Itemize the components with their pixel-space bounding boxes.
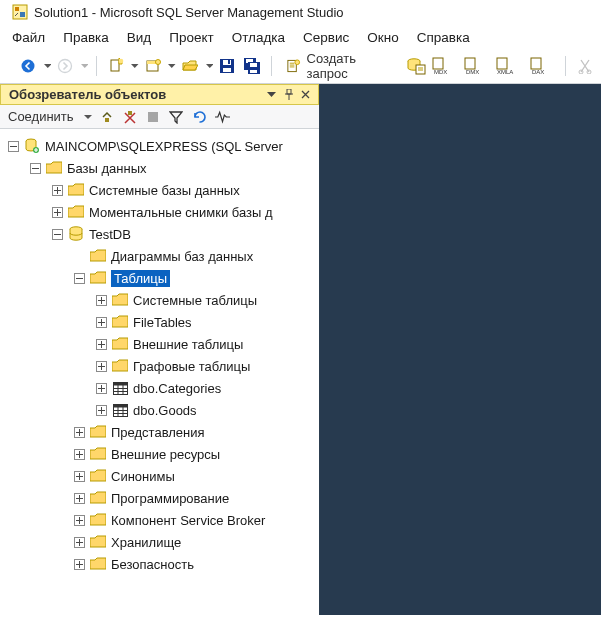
expand-icon[interactable]: [96, 317, 107, 328]
chevron-down-icon[interactable]: [168, 62, 176, 70]
app-icon: [12, 4, 28, 20]
mdx-query-button[interactable]: MDX: [431, 55, 459, 77]
collapse-icon[interactable]: [30, 163, 41, 174]
expand-icon[interactable]: [52, 185, 63, 196]
nav-back-button[interactable]: [18, 55, 39, 77]
tree-tables-node[interactable]: Таблицы: [4, 267, 315, 289]
dmx-query-button[interactable]: DMX: [463, 55, 491, 77]
expand-icon[interactable]: [96, 383, 107, 394]
collapse-icon[interactable]: [52, 229, 63, 240]
collapse-icon[interactable]: [74, 273, 85, 284]
new-project-button[interactable]: [143, 55, 164, 77]
open-button[interactable]: [180, 55, 201, 77]
tree-table-categories-node[interactable]: dbo.Categories: [4, 377, 315, 399]
tree-server-node[interactable]: MAINCOMP\SQLEXPRESS (SQL Server: [4, 135, 315, 157]
tree-views-node[interactable]: Представления: [4, 421, 315, 443]
tree-storage-node[interactable]: Хранилище: [4, 531, 315, 553]
expand-icon[interactable]: [96, 405, 107, 416]
xmla-query-button[interactable]: XMLA: [495, 55, 525, 77]
db-engine-query-button[interactable]: [405, 55, 428, 77]
tree-filetables-node[interactable]: FileTables: [4, 311, 315, 333]
new-button[interactable]: [105, 55, 126, 77]
save-button[interactable]: [217, 55, 238, 77]
expand-icon[interactable]: [96, 339, 107, 350]
menu-service[interactable]: Сервис: [303, 30, 349, 45]
disconnect-icon[interactable]: [100, 109, 115, 124]
stop-icon[interactable]: [146, 109, 161, 124]
tree-table-goods-node[interactable]: dbo.Goods: [4, 399, 315, 421]
expand-icon[interactable]: [74, 427, 85, 438]
pin-icon[interactable]: [282, 88, 295, 101]
tree-synonyms-node[interactable]: Синонимы: [4, 465, 315, 487]
tree-graph-tables-node[interactable]: Графовые таблицы: [4, 355, 315, 377]
chevron-down-icon[interactable]: [44, 62, 52, 70]
menu-edit[interactable]: Правка: [63, 30, 109, 45]
tree-service-broker-node[interactable]: Компонент Service Broker: [4, 509, 315, 531]
activity-icon[interactable]: [215, 109, 230, 124]
expand-icon[interactable]: [96, 295, 107, 306]
object-explorer-header[interactable]: Обозреватель объектов: [0, 84, 319, 105]
svg-rect-35: [128, 111, 132, 115]
expand-icon[interactable]: [74, 559, 85, 570]
synonyms-label: Синонимы: [111, 469, 175, 484]
svg-rect-36: [148, 112, 158, 122]
menu-view[interactable]: Вид: [127, 30, 151, 45]
tree-system-tables-node[interactable]: Системные таблицы: [4, 289, 315, 311]
expand-icon[interactable]: [96, 361, 107, 372]
dax-query-button[interactable]: DAX: [529, 55, 557, 77]
filter-icon[interactable]: [169, 109, 184, 124]
expand-icon[interactable]: [74, 537, 85, 548]
tree-programmability-node[interactable]: Программирование: [4, 487, 315, 509]
folder-icon: [90, 248, 106, 264]
tree-system-db-node[interactable]: Системные базы данных: [4, 179, 315, 201]
programmability-label: Программирование: [111, 491, 229, 506]
expand-icon[interactable]: [74, 515, 85, 526]
nav-forward-button: [55, 55, 76, 77]
connect-label[interactable]: Соединить: [8, 109, 74, 124]
close-icon[interactable]: [299, 88, 312, 101]
tree-snapshots-node[interactable]: Моментальные снимки базы д: [4, 201, 315, 223]
refresh-icon[interactable]: [192, 109, 207, 124]
table-icon: [112, 380, 128, 396]
menu-debug[interactable]: Отладка: [232, 30, 285, 45]
separator: [96, 56, 97, 76]
tree-databases-node[interactable]: Базы данных: [4, 157, 315, 179]
tree-diagrams-node[interactable]: Диаграммы баз данных: [4, 245, 315, 267]
expand-icon[interactable]: [74, 449, 85, 460]
menu-help[interactable]: Справка: [417, 30, 470, 45]
expand-icon[interactable]: [74, 471, 85, 482]
menu-window[interactable]: Окно: [367, 30, 398, 45]
tree-ext-tables-node[interactable]: Внешние таблицы: [4, 333, 315, 355]
tree-testdb-node[interactable]: TestDB: [4, 223, 315, 245]
expand-icon[interactable]: [52, 207, 63, 218]
svg-point-20: [294, 60, 299, 65]
svg-rect-43: [113, 404, 127, 407]
folder-icon: [112, 336, 128, 352]
server-label: MAINCOMP\SQLEXPRESS (SQL Server: [45, 139, 283, 154]
svg-text:XMLA: XMLA: [497, 69, 513, 75]
svg-rect-34: [105, 118, 109, 122]
tree-ext-res-node[interactable]: Внешние ресурсы: [4, 443, 315, 465]
chevron-down-icon[interactable]: [206, 62, 214, 70]
save-all-button[interactable]: [242, 55, 263, 77]
folder-icon: [68, 204, 84, 220]
expand-icon[interactable]: [74, 493, 85, 504]
views-label: Представления: [111, 425, 205, 440]
menu-file[interactable]: Файл: [12, 30, 45, 45]
workspace-background: [320, 84, 601, 615]
collapse-icon[interactable]: [8, 141, 19, 152]
object-explorer-tree[interactable]: MAINCOMP\SQLEXPRESS (SQL Server Базы дан…: [0, 129, 319, 615]
folder-icon: [112, 314, 128, 330]
chevron-down-icon[interactable]: [81, 62, 89, 70]
folder-icon: [90, 270, 106, 286]
svg-rect-25: [465, 58, 475, 69]
dropdown-icon[interactable]: [265, 88, 278, 101]
chevron-down-icon[interactable]: [131, 62, 139, 70]
chevron-down-icon[interactable]: [84, 113, 92, 121]
filetables-label: FileTables: [133, 315, 192, 330]
disconnect-all-icon[interactable]: [123, 109, 138, 124]
folder-icon: [90, 424, 106, 440]
tree-security-node[interactable]: Безопасность: [4, 553, 315, 575]
menu-project[interactable]: Проект: [169, 30, 213, 45]
new-query-button[interactable]: Создать запрос: [280, 55, 401, 77]
